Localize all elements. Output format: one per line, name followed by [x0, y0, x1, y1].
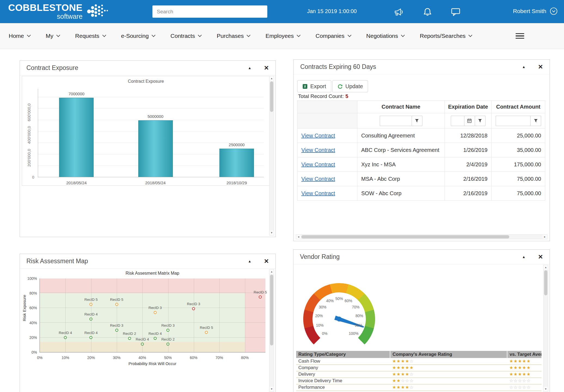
collapse-icon[interactable]: ▲	[248, 259, 252, 263]
panel-contracts-expiring: Contracts Expiring 60 Days ▲ ✕ Export Up…	[293, 59, 550, 241]
panel-header: Contracts Expiring 60 Days ▲ ✕	[294, 60, 550, 74]
risk-point	[259, 295, 262, 298]
risk-point	[167, 329, 170, 332]
contract-amount-cell: 75,000.00	[492, 172, 545, 186]
nav-item-employees[interactable]: Employees	[265, 33, 300, 39]
risk-zone-high-right	[245, 278, 265, 352]
nav-item-requests[interactable]: Requests	[75, 33, 106, 39]
vendor-rating-table-wrap: Rating Type/Category Company's Average R…	[296, 351, 541, 392]
menu-hamburger-icon[interactable]	[516, 32, 524, 40]
scroll-track	[301, 235, 542, 239]
nav-item-my[interactable]: My	[46, 33, 60, 39]
close-icon[interactable]: ✕	[264, 65, 269, 72]
vendor-rating-table: Rating Type/Category Company's Average R…	[296, 351, 541, 392]
expiration-date-cell: 2/16/2019	[445, 172, 492, 186]
calendar-button[interactable]	[464, 116, 475, 126]
risk-point-label: RecID 5	[200, 326, 213, 330]
column-header-contract-amount[interactable]: Contract Amount	[492, 101, 545, 113]
bar-plot-area: 70000002018/05/2450000002018/05/24250000…	[38, 89, 264, 177]
panel-title: Contract Exposure	[26, 64, 78, 72]
expiration-date-filter-button[interactable]	[475, 116, 486, 126]
collapse-icon[interactable]: ▲	[248, 66, 252, 70]
notifications-bell-icon[interactable]	[421, 7, 433, 17]
scroll-thumb[interactable]	[301, 235, 509, 238]
funnel-icon	[534, 119, 538, 123]
scroll-thumb[interactable]	[270, 275, 273, 345]
brand-logo[interactable]: COBBLESTONE software	[8, 2, 112, 20]
scroll-track	[269, 274, 274, 387]
total-label: Total Record Count:	[298, 93, 344, 99]
risk-point	[64, 336, 67, 339]
risk-zone-high-top	[40, 278, 265, 293]
close-icon[interactable]: ✕	[538, 63, 543, 71]
risk-point-label: RecID 5	[84, 298, 98, 302]
x-axis-tick: 2018/05/24	[145, 180, 166, 185]
nav-item-purchases[interactable]: Purchases	[217, 33, 250, 39]
scroll-down-arrow[interactable]: ▼	[269, 231, 274, 235]
vertical-scrollbar[interactable]: ▲ ▼	[269, 76, 274, 235]
announcements-megaphone-icon[interactable]	[393, 7, 405, 17]
scroll-up-arrow[interactable]: ▲	[544, 265, 548, 270]
y-axis-tick: 40%	[24, 321, 37, 325]
scroll-thumb[interactable]	[544, 270, 547, 295]
panel-contract-exposure: Contract Exposure ▲ ✕ Contract Exposure …	[20, 60, 276, 237]
view-contract-link[interactable]: View Contract	[301, 176, 335, 182]
update-button[interactable]: Update	[332, 80, 368, 92]
scroll-thumb[interactable]	[270, 81, 273, 112]
header-datetime: Jan 15 2019 1:00:00	[307, 8, 357, 14]
nav-item-home[interactable]: Home	[9, 33, 30, 39]
export-button[interactable]: Export	[297, 80, 331, 92]
table-row: View Contract MSA - Abc Corp 2/16/2019 7…	[298, 172, 545, 186]
rating-category: Invoice Delivery Time	[296, 378, 390, 384]
risk-point	[90, 318, 93, 321]
close-icon[interactable]: ✕	[538, 253, 543, 261]
view-contract-link[interactable]: View Contract	[301, 190, 335, 196]
table-row: Invoice Delivery Time ★★☆☆☆ ☆☆☆☆☆	[296, 378, 541, 384]
scroll-down-arrow[interactable]: ▼	[544, 387, 548, 391]
scroll-up-arrow[interactable]: ▲	[269, 76, 274, 81]
bar-value-label: 2500000	[229, 142, 244, 147]
scroll-down-arrow[interactable]: ▼	[269, 387, 274, 391]
horizontal-scrollbar[interactable]: ◄ ►	[296, 234, 547, 239]
contract-name-cell: Xyz Inc - MSA	[357, 157, 445, 172]
nav-item-esourcing[interactable]: e-Sourcing	[121, 33, 155, 39]
vertical-scrollbar[interactable]: ▲ ▼	[543, 265, 548, 392]
scroll-up-arrow[interactable]: ▲	[269, 270, 274, 274]
nav-item-negotiations[interactable]: Negotiations	[366, 33, 404, 39]
panel-header: Risk Assessment Map ▲ ✕	[20, 254, 275, 269]
contract-name-filter-button[interactable]	[412, 116, 422, 126]
user-menu[interactable]: Robert Smith	[513, 7, 557, 15]
close-icon[interactable]: ✕	[264, 258, 269, 265]
collapse-icon[interactable]: ▲	[522, 65, 526, 69]
contract-amount-filter-input[interactable]	[496, 116, 531, 126]
messages-chat-icon[interactable]	[450, 7, 462, 17]
view-contract-link[interactable]: View Contract	[301, 161, 335, 167]
x-axis-tick: 80%	[241, 356, 249, 360]
contract-amount-filter-button[interactable]	[530, 116, 541, 126]
vertical-scrollbar[interactable]: ▲ ▼	[269, 269, 274, 392]
table-row: Performance ★★★★☆ ☆☆☆☆☆	[296, 384, 541, 391]
scroll-left-arrow[interactable]: ◄	[296, 235, 301, 239]
contract-name-cell: SOW - Abc Corp	[357, 186, 445, 201]
risk-point-label: RecID 3	[161, 323, 175, 327]
contract-name-filter-input[interactable]	[380, 116, 412, 126]
collapse-icon[interactable]: ▲	[522, 255, 526, 259]
scroll-right-arrow[interactable]: ►	[542, 235, 547, 239]
calendar-icon	[467, 118, 472, 123]
nav-item-reports-searches[interactable]: Reports/Searches	[420, 33, 472, 39]
column-header-contract-name[interactable]: Contract Name	[357, 101, 445, 113]
x-axis-tick: 10%	[62, 356, 69, 360]
nav-item-companies[interactable]: Companies	[315, 33, 351, 39]
risk-point	[141, 343, 144, 346]
view-contract-link[interactable]: View Contract	[301, 133, 335, 139]
search-input[interactable]	[152, 5, 267, 18]
x-axis-tick: 2018/10/29	[226, 180, 247, 185]
expiration-date-filter-input[interactable]	[451, 116, 464, 126]
view-contract-link[interactable]: View Contract	[301, 147, 335, 153]
funnel-icon	[478, 119, 482, 123]
nav-item-contracts[interactable]: Contracts	[170, 33, 201, 39]
expiration-date-cell: 1/26/2019	[445, 143, 492, 157]
column-header-expiration-date[interactable]: Expiration Date	[445, 101, 492, 113]
total-record-count: Total Record Count:5	[298, 93, 348, 99]
target-rating-stars: ☆☆☆☆☆	[509, 385, 531, 390]
